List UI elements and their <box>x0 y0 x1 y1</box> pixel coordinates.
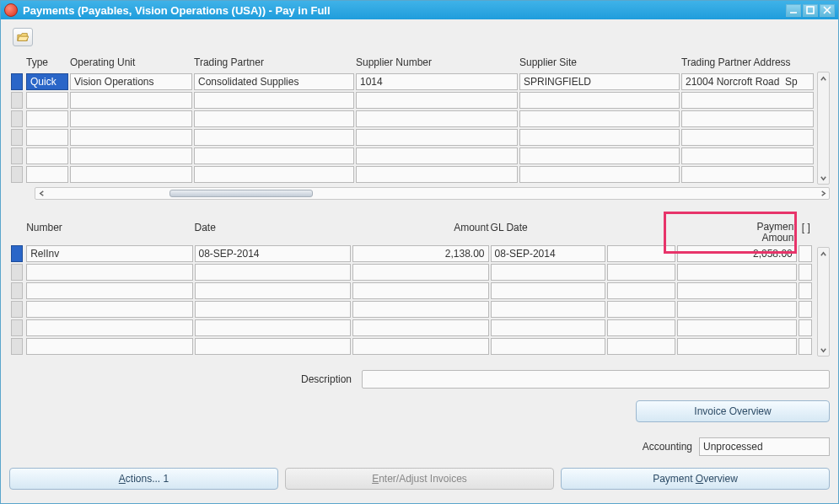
cell[interactable] <box>194 166 354 183</box>
cell[interactable] <box>356 166 518 183</box>
cell[interactable] <box>607 264 675 281</box>
cell[interactable] <box>194 110 354 127</box>
cell[interactable] <box>26 166 68 183</box>
cell[interactable] <box>799 301 812 318</box>
cell-type[interactable] <box>26 73 68 90</box>
description-field[interactable] <box>362 370 830 389</box>
cell-trading-partner-address[interactable] <box>681 73 814 90</box>
cell[interactable] <box>70 129 192 146</box>
col-gl-date[interactable]: GL Date <box>491 222 606 244</box>
cell[interactable] <box>491 301 606 318</box>
row-selector[interactable] <box>11 319 23 336</box>
table-row[interactable] <box>11 282 814 299</box>
table-row[interactable] <box>11 110 814 127</box>
cell[interactable] <box>681 147 814 164</box>
cell[interactable] <box>70 147 192 164</box>
cell[interactable] <box>681 110 814 127</box>
col-amount[interactable]: Amount <box>352 222 489 244</box>
cell[interactable] <box>194 92 354 109</box>
cell-payment-amount[interactable] <box>677 245 797 262</box>
col-date[interactable]: Date <box>195 222 351 244</box>
cell[interactable] <box>26 338 192 355</box>
cell[interactable] <box>195 301 351 318</box>
cell[interactable] <box>491 264 606 281</box>
cell-supplier-site[interactable] <box>519 73 680 90</box>
table-row[interactable] <box>11 338 814 355</box>
cell[interactable] <box>799 264 812 281</box>
table-row[interactable] <box>11 129 814 146</box>
cell[interactable] <box>26 110 68 127</box>
cell-number[interactable] <box>26 245 192 262</box>
cell[interactable] <box>194 129 354 146</box>
col-trading-partner[interactable]: Trading Partner <box>194 56 354 72</box>
cell-date[interactable] <box>195 245 351 262</box>
cell[interactable] <box>26 301 192 318</box>
cell[interactable] <box>681 92 814 109</box>
cell[interactable] <box>70 166 192 183</box>
row-selector[interactable] <box>11 338 23 355</box>
cell[interactable] <box>519 147 680 164</box>
table-row[interactable] <box>11 264 814 281</box>
cell[interactable] <box>677 338 797 355</box>
cell[interactable] <box>356 92 518 109</box>
cell[interactable] <box>491 282 606 299</box>
cell-trading-partner[interactable] <box>194 73 354 90</box>
cell[interactable] <box>70 92 192 109</box>
table-row[interactable] <box>11 73 814 90</box>
cell[interactable] <box>491 319 606 336</box>
cell[interactable] <box>195 319 351 336</box>
cell-gl-date[interactable] <box>491 245 606 262</box>
cell[interactable] <box>799 282 812 299</box>
cell[interactable] <box>195 338 351 355</box>
col-payment-amount[interactable]: PaymentAmount <box>677 222 797 244</box>
table-row[interactable] <box>11 301 814 318</box>
actions-button[interactable]: Actions... 1 <box>9 468 278 490</box>
cell[interactable] <box>356 110 518 127</box>
row-selector[interactable] <box>11 282 23 299</box>
table-row[interactable] <box>11 92 814 109</box>
col-supplier-site[interactable]: Supplier Site <box>519 56 680 72</box>
cell[interactable] <box>195 282 351 299</box>
scroll-left-icon[interactable] <box>35 188 47 199</box>
row-selector[interactable] <box>11 147 23 164</box>
row-selector[interactable] <box>11 73 23 90</box>
cell[interactable] <box>677 301 797 318</box>
cell[interactable] <box>799 319 812 336</box>
cell[interactable] <box>26 282 192 299</box>
cell[interactable] <box>356 129 518 146</box>
payment-overview-button[interactable]: Payment Overview <box>561 468 830 490</box>
col-flag[interactable]: [ ] <box>799 222 814 244</box>
horizontal-scrollbar[interactable] <box>35 187 830 200</box>
table-row[interactable] <box>11 147 814 164</box>
close-button[interactable] <box>820 4 835 17</box>
cell[interactable] <box>519 166 680 183</box>
cell[interactable] <box>352 282 489 299</box>
row-selector[interactable] <box>11 92 23 109</box>
scroll-down-icon[interactable] <box>818 172 829 184</box>
vertical-scrollbar[interactable] <box>817 247 830 357</box>
vertical-scrollbar[interactable] <box>817 72 830 185</box>
invoice-overview-button[interactable]: Invoice Overview <box>636 400 830 422</box>
table-row[interactable] <box>11 245 814 262</box>
cell[interactable] <box>352 338 489 355</box>
row-selector[interactable] <box>11 110 23 127</box>
open-button[interactable] <box>13 28 33 46</box>
cell[interactable] <box>352 319 489 336</box>
enter-adjust-invoices-button[interactable]: Enter/Adjust Invoices <box>285 468 554 490</box>
col-number[interactable]: Number <box>26 222 192 244</box>
cell-operating-unit[interactable] <box>70 73 192 90</box>
row-selector[interactable] <box>11 301 23 318</box>
cell[interactable] <box>356 147 518 164</box>
scroll-thumb[interactable] <box>169 190 313 197</box>
cell[interactable] <box>70 110 192 127</box>
scroll-down-icon[interactable] <box>818 344 829 356</box>
scroll-up-icon[interactable] <box>818 72 829 84</box>
cell[interactable] <box>519 129 680 146</box>
maximize-button[interactable] <box>803 4 818 17</box>
table-row[interactable] <box>11 166 814 183</box>
cell[interactable] <box>607 301 675 318</box>
row-selector[interactable] <box>11 166 23 183</box>
cell[interactable] <box>352 264 489 281</box>
cell[interactable] <box>519 110 680 127</box>
col-type[interactable]: Type <box>26 56 68 72</box>
